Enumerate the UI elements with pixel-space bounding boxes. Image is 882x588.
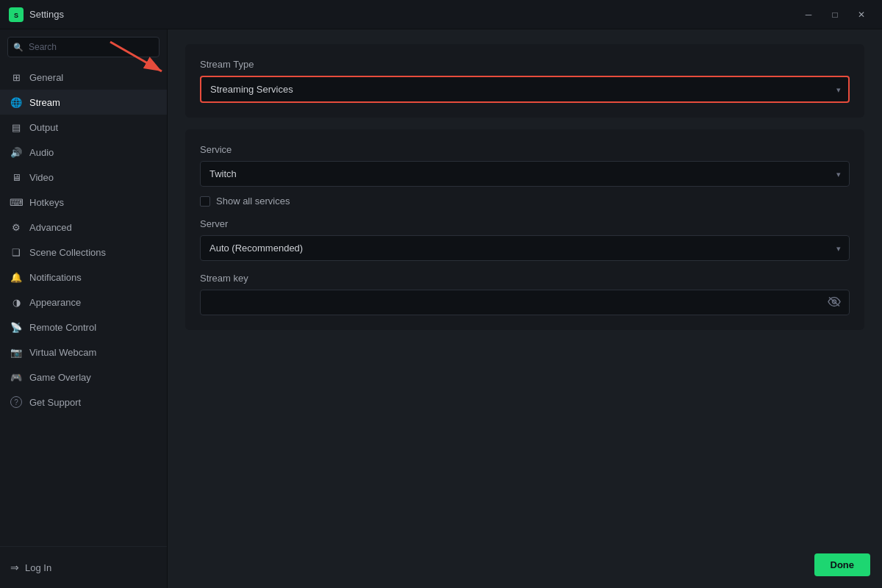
layers-icon: ❑ [10, 246, 22, 258]
appearance-icon: ◑ [10, 296, 22, 308]
service-select-wrapper: Twitch YouTube Facebook Live Trovo ▾ [200, 161, 850, 187]
maximize-button[interactable]: □ [823, 4, 847, 25]
server-select[interactable]: Auto (Recommended) US East US West EU We… [200, 235, 850, 261]
sidebar-footer: ⇒ Log In [0, 546, 167, 588]
stream-key-input[interactable] [200, 290, 850, 315]
sidebar-item-get-support[interactable]: ? Get Support [0, 390, 167, 415]
show-all-services-checkbox[interactable] [200, 196, 210, 207]
svg-text:S: S [14, 12, 18, 19]
show-all-services-label[interactable]: Show all services [216, 196, 290, 207]
help-icon: ? [10, 396, 22, 408]
sidebar-item-remote-control[interactable]: 📡 Remote Control [0, 315, 167, 340]
search-input[interactable] [7, 37, 159, 57]
titlebar-left: S Settings [9, 7, 64, 22]
gear-icon: ⚙ [10, 221, 22, 233]
volume-icon: 🔊 [10, 146, 22, 158]
grid-icon: ⊞ [10, 71, 22, 83]
search-box: 🔍 [7, 37, 159, 57]
stream-type-label: Stream Type [200, 59, 850, 70]
window-title: Settings [29, 9, 64, 20]
remote-icon: 📡 [10, 321, 22, 333]
titlebar-controls: ─ □ ✕ [797, 4, 873, 25]
login-button[interactable]: ⇒ Log In [0, 554, 167, 581]
app-icon: S [9, 7, 24, 22]
sidebar-item-appearance[interactable]: ◑ Appearance [0, 290, 167, 315]
stream-type-select-wrapper: Streaming Services Custom RTMP Server ▾ [200, 76, 850, 103]
done-button[interactable]: Done [814, 553, 871, 576]
stream-type-select[interactable]: Streaming Services Custom RTMP Server [200, 76, 850, 103]
keyboard-icon: ⌨ [10, 196, 22, 208]
sidebar-item-label: Audio [29, 147, 54, 158]
bell-icon: 🔔 [10, 271, 22, 283]
stream-key-label: Stream key [200, 273, 850, 284]
stream-type-section: Stream Type Streaming Services Custom RT… [185, 44, 864, 118]
sidebar-item-general[interactable]: ⊞ General [0, 65, 167, 90]
service-select[interactable]: Twitch YouTube Facebook Live Trovo [200, 161, 850, 187]
sidebar-item-label: Remote Control [29, 322, 96, 333]
eye-off-icon[interactable] [828, 296, 841, 309]
sidebar-item-label: Output [29, 122, 58, 133]
sidebar-item-label: Notifications [29, 272, 82, 283]
sidebar-item-hotkeys[interactable]: ⌨ Hotkeys [0, 190, 167, 215]
sidebar-item-output[interactable]: ▤ Output [0, 115, 167, 140]
sidebar-item-virtual-webcam[interactable]: 📷 Virtual Webcam [0, 340, 167, 365]
sidebar-item-label: Game Overlay [29, 372, 91, 383]
game-icon: 🎮 [10, 371, 22, 383]
sidebar-item-advanced[interactable]: ⚙ Advanced [0, 215, 167, 240]
sidebar-item-label: Stream [29, 97, 60, 108]
sliders-icon: ▤ [10, 121, 22, 133]
globe-icon: 🌐 [10, 96, 22, 108]
sidebar-item-label: General [29, 72, 63, 83]
sidebar-item-video[interactable]: 🖥 Video [0, 165, 167, 190]
sidebar-item-scene-collections[interactable]: ❑ Scene Collections [0, 240, 167, 265]
content-area: Stream Type Streaming Services Custom RT… [168, 29, 882, 588]
sidebar-item-stream[interactable]: 🌐 Stream [0, 90, 167, 115]
sidebar-item-label: Hotkeys [29, 197, 64, 208]
main-layout: 🔍 ⊞ General 🌐 Stream ▤ Output 🔊 Audio � [0, 29, 882, 588]
sidebar-item-notifications[interactable]: 🔔 Notifications [0, 265, 167, 290]
stream-key-wrapper [200, 290, 850, 315]
close-button[interactable]: ✕ [850, 4, 873, 25]
sidebar-item-label: Appearance [29, 297, 81, 308]
sidebar-item-game-overlay[interactable]: 🎮 Game Overlay [0, 365, 167, 390]
titlebar: S Settings ─ □ ✕ [0, 0, 882, 29]
sidebar-nav: ⊞ General 🌐 Stream ▤ Output 🔊 Audio 🖥 Vi… [0, 62, 167, 546]
sidebar-item-label: Video [29, 172, 54, 183]
sidebar-item-label: Scene Collections [29, 247, 106, 258]
monitor-icon: 🖥 [10, 171, 22, 183]
login-label: Log In [25, 562, 51, 573]
sidebar: 🔍 ⊞ General 🌐 Stream ▤ Output 🔊 Audio � [0, 29, 168, 588]
login-icon: ⇒ [10, 562, 19, 573]
sidebar-item-audio[interactable]: 🔊 Audio [0, 140, 167, 165]
show-all-services-row: Show all services [200, 196, 850, 207]
search-icon: 🔍 [13, 43, 24, 52]
service-label: Service [200, 144, 850, 155]
server-select-wrapper: Auto (Recommended) US East US West EU We… [200, 235, 850, 261]
service-section: Service Twitch YouTube Facebook Live Tro… [185, 129, 864, 330]
sidebar-item-label: Get Support [29, 397, 81, 408]
sidebar-item-label: Advanced [29, 222, 72, 233]
sidebar-item-label: Virtual Webcam [29, 347, 96, 358]
camera-icon: 📷 [10, 346, 22, 358]
minimize-button[interactable]: ─ [797, 4, 820, 25]
server-label: Server [200, 218, 850, 229]
